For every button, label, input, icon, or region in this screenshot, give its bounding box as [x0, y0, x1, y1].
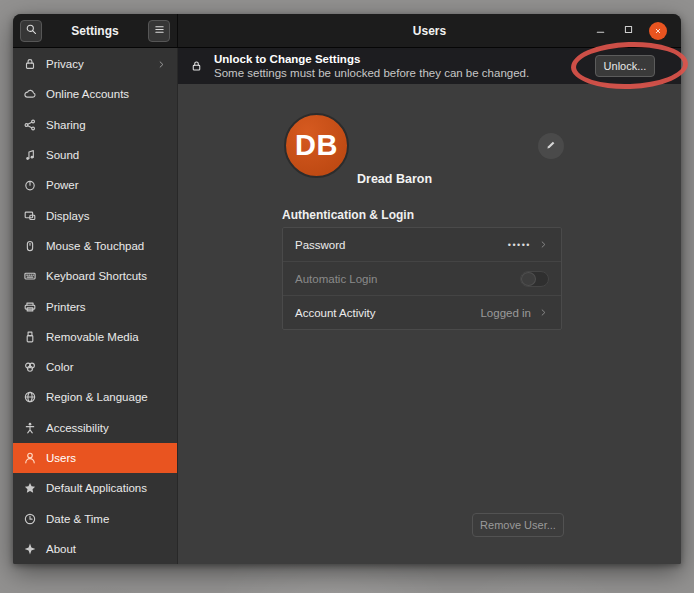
sidebar-item-region-language[interactable]: Region & Language	[13, 382, 177, 412]
close-icon	[653, 22, 663, 40]
share-icon	[23, 118, 37, 132]
sidebar-headerbar: Settings	[13, 14, 178, 47]
clock-icon	[23, 512, 37, 526]
mouse-icon	[23, 239, 37, 253]
sidebar-item-label: Printers	[46, 301, 86, 313]
password-label: Password	[295, 239, 346, 251]
chevron-right-icon	[538, 307, 549, 318]
sidebar-item-label: Sharing	[46, 119, 86, 131]
sidebar-item-label: Region & Language	[46, 391, 148, 403]
minimize-icon	[594, 22, 607, 40]
sidebar-item-label: Date & Time	[46, 513, 109, 525]
pencil-icon	[545, 139, 557, 154]
sidebar-item-label: About	[46, 543, 76, 555]
unlock-banner-title: Unlock to Change Settings	[214, 52, 529, 66]
starburst-icon	[23, 542, 37, 556]
unlock-banner-text: Unlock to Change Settings Some settings …	[214, 52, 529, 81]
password-row[interactable]: Password •••••	[283, 228, 561, 261]
accessibility-icon	[23, 421, 37, 435]
menu-button[interactable]	[148, 20, 170, 42]
users-panel: Unlock to Change Settings Some settings …	[178, 48, 681, 564]
sidebar-item-accessibility[interactable]: Accessibility	[13, 413, 177, 443]
page-title: Users	[413, 24, 446, 38]
sidebar-item-label: Power	[46, 179, 79, 191]
sidebar-item-label: Displays	[46, 210, 89, 222]
sidebar-item-color[interactable]: Color	[13, 352, 177, 382]
unlock-banner-subtitle: Some settings must be unlocked before th…	[214, 66, 529, 80]
sidebar-item-users[interactable]: Users	[13, 443, 177, 473]
account-activity-value: Logged in	[480, 307, 531, 319]
globe-icon	[23, 390, 37, 404]
auth-section-title: Authentication & Login	[282, 208, 414, 222]
sidebar-item-label: Sound	[46, 149, 79, 161]
app-title: Settings	[71, 24, 118, 38]
minimize-button[interactable]	[591, 22, 609, 40]
sidebar-item-label: Removable Media	[46, 331, 139, 343]
search-button[interactable]	[20, 20, 42, 42]
sidebar-item-label: Online Accounts	[46, 88, 129, 100]
sidebar-item-printers[interactable]: Printers	[13, 291, 177, 321]
sidebar-item-label: Mouse & Touchpad	[46, 240, 144, 252]
sidebar-item-keyboard-shortcuts[interactable]: Keyboard Shortcuts	[13, 261, 177, 291]
sidebar-item-displays[interactable]: Displays	[13, 200, 177, 230]
close-button[interactable]	[649, 22, 667, 40]
removable-media-icon	[23, 330, 37, 344]
sidebar-item-label: Color	[46, 361, 73, 373]
sidebar-item-label: Privacy	[46, 58, 84, 70]
main-headerbar: Users	[178, 14, 681, 47]
sidebar-item-date-time[interactable]: Date & Time	[13, 503, 177, 533]
window-body: PrivacyOnline AccountsSharingSoundPowerD…	[13, 48, 681, 564]
sidebar-item-about[interactable]: About	[13, 534, 177, 564]
avatar[interactable]: DB	[284, 113, 349, 178]
sidebar-item-label: Users	[46, 452, 76, 464]
edit-name-button[interactable]	[538, 133, 564, 159]
sidebar-item-default-applications[interactable]: Default Applications	[13, 473, 177, 503]
sidebar-item-sharing[interactable]: Sharing	[13, 110, 177, 140]
auth-card: Password ••••• Automatic Login Account A…	[282, 227, 562, 330]
menu-icon	[153, 22, 166, 40]
chevron-right-icon	[156, 59, 167, 70]
password-dots: •••••	[508, 240, 531, 250]
sidebar-list: PrivacyOnline AccountsSharingSoundPowerD…	[13, 48, 178, 564]
displays-icon	[23, 209, 37, 223]
remove-user-button[interactable]: Remove User...	[472, 513, 564, 537]
chevron-right-icon	[538, 239, 549, 250]
avatar-initials: DB	[295, 129, 338, 162]
printer-icon	[23, 300, 37, 314]
titlebar: Settings Users	[13, 14, 681, 48]
sidebar-item-online-accounts[interactable]: Online Accounts	[13, 79, 177, 109]
automatic-login-label: Automatic Login	[295, 273, 377, 285]
sidebar-item-label: Accessibility	[46, 422, 109, 434]
unlock-button[interactable]: Unlock...	[595, 55, 655, 77]
sidebar-item-sound[interactable]: Sound	[13, 140, 177, 170]
lock-icon	[190, 59, 204, 73]
person-icon	[23, 451, 37, 465]
sidebar-item-removable-media[interactable]: Removable Media	[13, 322, 177, 352]
account-activity-row[interactable]: Account Activity Logged in	[283, 295, 561, 329]
user-full-name: Dread Baron	[357, 172, 432, 186]
sidebar-item-privacy[interactable]: Privacy	[13, 49, 177, 79]
lock-icon	[23, 57, 37, 71]
toggle-knob	[521, 272, 536, 286]
keyboard-icon	[23, 269, 37, 283]
color-icon	[23, 360, 37, 374]
automatic-login-toggle[interactable]	[520, 271, 549, 287]
cloud-icon	[23, 87, 37, 101]
sidebar-item-power[interactable]: Power	[13, 170, 177, 200]
search-icon	[25, 22, 38, 40]
star-icon	[23, 481, 37, 495]
maximize-icon	[622, 22, 635, 40]
automatic-login-row: Automatic Login	[283, 261, 561, 295]
maximize-button[interactable]	[619, 22, 637, 40]
power-icon	[23, 178, 37, 192]
sidebar-item-label: Keyboard Shortcuts	[46, 270, 147, 282]
unlock-banner: Unlock to Change Settings Some settings …	[178, 48, 681, 84]
sidebar-item-label: Default Applications	[46, 482, 147, 494]
account-activity-label: Account Activity	[295, 307, 376, 319]
note-icon	[23, 148, 37, 162]
sidebar-item-mouse-touchpad[interactable]: Mouse & Touchpad	[13, 231, 177, 261]
settings-window: Settings Users PrivacyOnline AccountsSha…	[13, 14, 681, 564]
